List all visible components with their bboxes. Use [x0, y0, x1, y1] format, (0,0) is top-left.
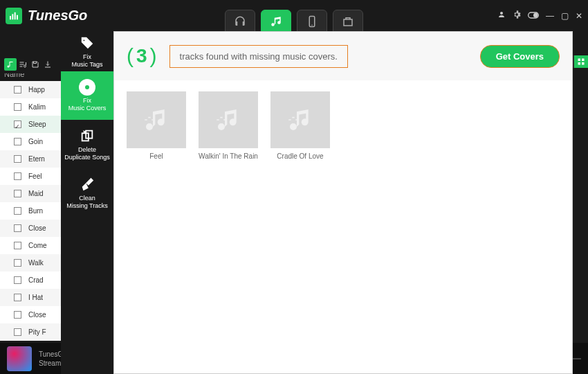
- track-name: Sleep: [28, 121, 46, 128]
- cover-placeholder-icon: [199, 91, 258, 148]
- cover-title: Walkin' In The Rain: [199, 152, 258, 160]
- track-checkbox[interactable]: [14, 138, 21, 145]
- track-checkbox[interactable]: [14, 259, 21, 267]
- toggle-icon[interactable]: [528, 11, 539, 21]
- track-checkbox[interactable]: [14, 103, 21, 111]
- track-row[interactable]: Crad: [0, 271, 62, 289]
- cover-item[interactable]: Cradle Of Love: [270, 91, 330, 160]
- lt-download-icon[interactable]: [42, 58, 54, 71]
- window-controls: — ▢ ✕: [497, 10, 582, 21]
- close-button[interactable]: ✕: [576, 11, 582, 21]
- track-name: Maid: [28, 190, 44, 197]
- cover-placeholder-icon: [270, 91, 330, 148]
- track-name: Etern: [28, 155, 45, 163]
- duplicate-icon: [78, 127, 96, 145]
- track-row[interactable]: I Hat: [0, 289, 62, 306]
- album-art[interactable]: [7, 346, 32, 371]
- track-row[interactable]: Pity F: [0, 323, 62, 341]
- track-name: Happ: [28, 86, 45, 93]
- track-name: Come: [28, 242, 47, 249]
- svg-rect-6: [582, 59, 585, 62]
- main-panel: ✕ ( 3 ) tracks found with missing music …: [113, 31, 573, 374]
- track-checkbox[interactable]: [14, 190, 21, 197]
- track-name: Kalim: [28, 103, 46, 111]
- lt-playlist-icon[interactable]: [17, 58, 29, 71]
- track-name: Pity F: [28, 328, 46, 336]
- sidepanel-label: Music Covers: [68, 105, 107, 112]
- track-name: I Hat: [28, 294, 43, 301]
- track-checkbox[interactable]: [14, 242, 21, 249]
- track-name: Close: [28, 311, 46, 319]
- gear-icon[interactable]: [513, 10, 521, 21]
- track-checkbox[interactable]: [14, 328, 21, 336]
- brand: TunesGo: [6, 8, 87, 24]
- track-name: Burn: [28, 207, 43, 215]
- count-message: tracks found with missing music covers.: [169, 45, 348, 68]
- track-row[interactable]: Come: [0, 237, 62, 254]
- get-covers-button[interactable]: Get Covers: [480, 45, 560, 68]
- topnav-toolbox[interactable]: [333, 10, 363, 33]
- sidepanel-label: Delete: [78, 146, 96, 154]
- left-toolbar: [0, 55, 58, 73]
- track-checkbox[interactable]: [14, 294, 21, 301]
- track-list: HappKalimSleepGoinEternFeelMaidBurnClose…: [0, 81, 62, 341]
- cover-item[interactable]: Feel: [127, 91, 186, 160]
- disc-icon: [79, 79, 95, 96]
- covers-grid: FeelWalkin' In The RainCradle Of Love: [114, 80, 572, 171]
- track-row[interactable]: Walk: [0, 254, 62, 271]
- user-icon[interactable]: [497, 10, 506, 21]
- brand-name: TunesGo: [28, 8, 87, 24]
- track-row[interactable]: Sleep: [0, 116, 62, 133]
- panel-header: ( 3 ) tracks found with missing music co…: [114, 32, 572, 80]
- track-checkbox[interactable]: [14, 155, 21, 163]
- track-checkbox[interactable]: [14, 207, 21, 215]
- track-checkbox[interactable]: [14, 311, 21, 319]
- lt-music-icon[interactable]: [4, 58, 17, 71]
- topnav-phone[interactable]: [297, 10, 327, 33]
- track-checkbox[interactable]: [14, 224, 21, 232]
- minimize-button[interactable]: —: [546, 11, 554, 21]
- sidepanel-fix-tags[interactable]: Fix Music Tags: [61, 31, 113, 71]
- tag-icon: [78, 34, 96, 52]
- svg-point-0: [500, 12, 503, 15]
- sidepanel-clean-missing[interactable]: Clean Missing Tracks: [61, 168, 113, 217]
- track-checkbox[interactable]: [14, 86, 21, 93]
- sidepanel-delete-duplicates[interactable]: Delete Duplicate Songs: [61, 120, 113, 168]
- maximize-button[interactable]: ▢: [561, 11, 569, 21]
- track-row[interactable]: Close: [0, 306, 62, 323]
- cover-item[interactable]: Walkin' In The Rain: [199, 91, 258, 160]
- track-row[interactable]: Goin: [0, 133, 62, 150]
- top-nav: [225, 10, 363, 33]
- track-row[interactable]: Kalim: [0, 98, 62, 116]
- svg-point-2: [534, 13, 538, 17]
- topnav-headphones[interactable]: [225, 10, 255, 33]
- count-badge: ( 3 ): [127, 44, 157, 68]
- cover-title: Feel: [127, 152, 186, 160]
- lt-save-icon[interactable]: [29, 58, 42, 71]
- track-checkbox[interactable]: [14, 276, 21, 284]
- track-checkbox[interactable]: [14, 172, 21, 180]
- track-row[interactable]: Feel: [0, 168, 62, 185]
- track-name: Close: [28, 224, 46, 232]
- brand-logo-icon: [6, 8, 22, 24]
- broom-icon: [78, 175, 96, 193]
- track-checkbox[interactable]: [14, 121, 21, 128]
- track-row[interactable]: Burn: [0, 202, 62, 220]
- track-row[interactable]: Maid: [0, 185, 62, 202]
- track-row[interactable]: Close: [0, 220, 62, 237]
- svg-point-4: [311, 25, 313, 26]
- svg-rect-8: [582, 62, 585, 65]
- track-name: Goin: [28, 138, 43, 145]
- track-row[interactable]: Happ: [0, 81, 62, 98]
- sidepanel-label: Missing Tracks: [66, 202, 108, 210]
- view-grid-button[interactable]: [574, 55, 588, 68]
- track-name: Feel: [28, 172, 42, 180]
- track-name: Crad: [28, 276, 44, 284]
- svg-rect-7: [578, 62, 581, 65]
- topnav-music-transfer[interactable]: [261, 10, 291, 33]
- track-row[interactable]: Etern: [0, 150, 62, 168]
- count-value: 3: [136, 45, 147, 67]
- sidepanel-label: Fix: [83, 97, 91, 105]
- sidepanel-label: Duplicate Songs: [64, 154, 110, 161]
- sidepanel-fix-covers[interactable]: Fix Music Covers: [61, 71, 113, 120]
